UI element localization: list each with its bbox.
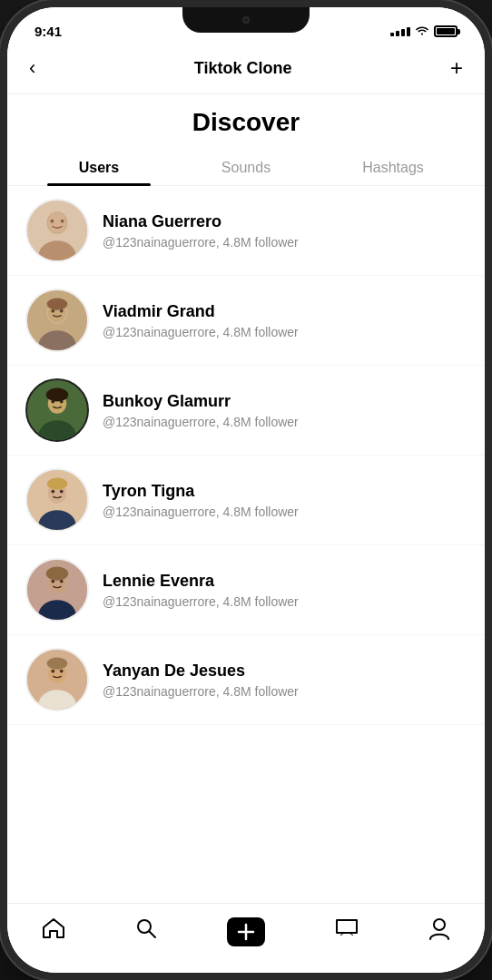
- user-info: Viadmir Grand @123nainaguerrore, 4.8M fo…: [103, 302, 467, 339]
- tab-hashtags[interactable]: Hashtags: [320, 151, 467, 185]
- status-time: 9:41: [34, 24, 62, 39]
- discover-title: Discover: [7, 103, 485, 151]
- svg-point-12: [47, 298, 68, 309]
- user-name: Tyron Tigna: [103, 482, 467, 501]
- app-header: ‹ Tiktok Clone +: [7, 43, 485, 94]
- status-icons: [390, 24, 458, 38]
- user-info: Tyron Tigna @123nainaguerrore, 4.8M foll…: [103, 482, 467, 519]
- profile-icon: [428, 916, 450, 946]
- svg-point-3: [48, 212, 67, 233]
- nav-messages[interactable]: [317, 914, 377, 949]
- list-item[interactable]: Tyron Tigna @123nainaguerrore, 4.8M foll…: [7, 456, 485, 545]
- screen: 9:41: [7, 7, 485, 973]
- user-list: Niana Guerrero @123nainaguerrore, 4.8M f…: [7, 186, 485, 903]
- wifi-icon: [415, 24, 429, 38]
- list-item[interactable]: Lennie Evenra @123nainaguerrore, 4.8M fo…: [7, 545, 485, 635]
- user-name: Bunkoy Glamurr: [103, 392, 467, 411]
- user-handle: @123nainaguerrore, 4.8M follower: [103, 684, 467, 699]
- user-info: Bunkoy Glamurr @123nainaguerrore, 4.8M f…: [103, 392, 467, 429]
- discover-section: Discover Users Sounds Hashtags: [7, 94, 485, 186]
- list-item[interactable]: Viadmir Grand @123nainaguerrore, 4.8M fo…: [7, 276, 485, 366]
- home-icon: [42, 917, 65, 946]
- user-name: Niana Guerrero: [103, 212, 467, 231]
- svg-point-4: [50, 220, 54, 223]
- user-info: Niana Guerrero @123nainaguerrore, 4.8M f…: [103, 212, 467, 250]
- svg-point-34: [51, 670, 54, 673]
- user-handle: @123nainaguerrore, 4.8M follower: [103, 594, 467, 609]
- nav-add[interactable]: [209, 914, 283, 950]
- nav-search[interactable]: [117, 914, 175, 949]
- messages-icon: [335, 917, 359, 946]
- battery-icon: [434, 25, 458, 37]
- avatar: [25, 468, 89, 532]
- svg-point-35: [60, 670, 64, 673]
- avatar: [25, 199, 89, 262]
- user-handle: @123nainaguerrore, 4.8M follower: [103, 325, 467, 339]
- user-info: Lennie Evenra @123nainaguerrore, 4.8M fo…: [103, 572, 467, 609]
- user-handle: @123nainaguerrore, 4.8M follower: [103, 235, 467, 250]
- list-item[interactable]: Yanyan De Jesues @123nainaguerrore, 4.8M…: [7, 635, 485, 725]
- phone-frame: 9:41: [0, 0, 492, 980]
- svg-point-18: [46, 387, 69, 401]
- svg-point-5: [61, 220, 64, 223]
- user-handle: @123nainaguerrore, 4.8M follower: [103, 505, 467, 519]
- add-button[interactable]: +: [447, 52, 467, 84]
- list-item[interactable]: Bunkoy Glamurr @123nainaguerrore, 4.8M f…: [7, 366, 485, 456]
- back-button[interactable]: ‹: [25, 53, 39, 83]
- user-name: Lennie Evenra: [103, 572, 467, 591]
- search-icon: [135, 917, 157, 946]
- svg-point-30: [46, 567, 69, 581]
- svg-point-24: [47, 477, 68, 489]
- user-handle: @123nainaguerrore, 4.8M follower: [103, 415, 467, 429]
- list-item[interactable]: Niana Guerrero @123nainaguerrore, 4.8M f…: [7, 186, 485, 276]
- svg-point-41: [434, 919, 445, 930]
- tab-sounds[interactable]: Sounds: [172, 151, 320, 185]
- add-post-icon: [227, 917, 265, 946]
- user-info: Yanyan De Jesues @123nainaguerrore, 4.8M…: [103, 662, 467, 699]
- avatar: [25, 558, 89, 622]
- tab-users[interactable]: Users: [25, 151, 172, 185]
- avatar: [25, 378, 89, 442]
- nav-profile[interactable]: [410, 913, 468, 950]
- header-title: Tiktok Clone: [194, 59, 292, 78]
- user-name: Yanyan De Jesues: [103, 662, 467, 681]
- bottom-nav: [7, 903, 485, 973]
- notch: [182, 7, 310, 33]
- notch-camera: [242, 16, 250, 24]
- nav-home[interactable]: [24, 914, 84, 949]
- signal-bars-icon: [390, 27, 410, 36]
- svg-line-38: [150, 932, 156, 938]
- avatar: [25, 289, 89, 352]
- avatar: [25, 648, 89, 711]
- svg-point-36: [47, 657, 68, 669]
- user-name: Viadmir Grand: [103, 302, 467, 321]
- svg-point-22: [51, 490, 54, 494]
- tabs-container: Users Sounds Hashtags: [7, 151, 485, 186]
- svg-point-23: [60, 490, 64, 494]
